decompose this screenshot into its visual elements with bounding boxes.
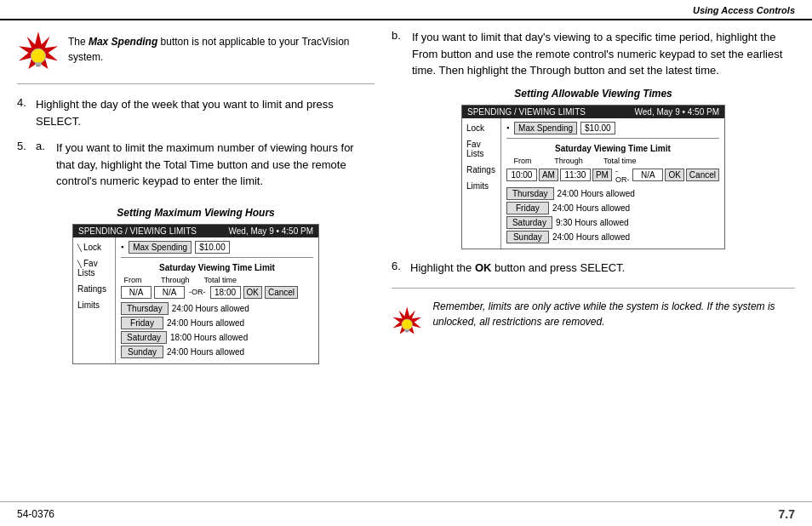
time-cols-header-1: From Through Total time <box>121 276 313 284</box>
screen1-header-right: Wed, May 9 • 4:50 PM <box>229 226 313 236</box>
saturday-hours-2: 9:30 Hours allowed <box>556 218 629 227</box>
ui-screen-1-header: SPENDING / VIEWING LIMITS Wed, May 9 • 4… <box>73 225 318 237</box>
svg-point-1 <box>31 49 45 63</box>
time-vals-row-1: N/A N/A -OR- 18:00 OK Cancel <box>121 286 313 299</box>
sidebar-limits: Limits <box>73 297 115 313</box>
ui-screen-1: SPENDING / VIEWING LIMITS Wed, May 9 • 4… <box>72 224 319 364</box>
sunday-hours-2: 24:00 Hours allowed <box>552 232 630 242</box>
sidebar-favlists: ╲Fav Lists <box>73 255 115 281</box>
max-spending-row-2: ▪ Max Spending $10.00 <box>506 122 719 139</box>
day-row-thursday-1: Thursday 24:00 Hours allowed <box>121 302 313 315</box>
page-header: Using Access Controls <box>0 0 812 20</box>
item-4: 4. Highlight the day of the week that yo… <box>17 96 375 129</box>
day-btn-friday-1[interactable]: Friday <box>121 317 163 329</box>
through-val-1: N/A <box>154 286 185 299</box>
item-5: 5. a. If you want to limit the maximum n… <box>17 140 375 197</box>
sunday-hours-1: 24:00 Hours allowed <box>167 347 244 357</box>
from-time-2: 10:00 <box>506 169 537 181</box>
item-6-number: 6. <box>392 260 405 277</box>
sub-b-text3: button and set the latest time. <box>571 64 719 77</box>
from-label-2: From <box>506 157 539 165</box>
footer: 54-0376 7.7 <box>0 501 812 526</box>
ui-screen-1-body: ╲Lock ╲Fav Lists Ratings Limits ▪ Ma <box>73 237 318 363</box>
day-btn-thursday-1[interactable]: Thursday <box>121 302 169 315</box>
days-list-1: Thursday 24:00 Hours allowed Friday 24:0… <box>121 302 313 358</box>
screen2-header-right: Wed, May 9 • 4:50 PM <box>635 107 719 117</box>
time-cols-header-2: From Through Total time <box>506 157 719 165</box>
days-list-2: Thursday 24:00 Hours allowed Friday 24:0… <box>506 187 719 243</box>
item-5-number: 5. <box>17 140 31 197</box>
pm-btn-2[interactable]: PM <box>592 169 612 181</box>
starburst-icon <box>17 29 60 73</box>
day-btn-sunday-2[interactable]: Sunday <box>506 231 549 243</box>
through-label-1: Through <box>161 276 190 284</box>
thursday-hours-2: 24:00 Hours allowed <box>558 189 635 198</box>
ui-sidebar-1: ╲Lock ╲Fav Lists Ratings Limits <box>73 237 116 363</box>
right-note-box: Remember, limits are only active while t… <box>392 288 795 343</box>
max-spending-row-1: ▪ Max Spending $10.00 <box>121 241 313 258</box>
day-row-saturday-2: Saturday 9:30 Hours allowed <box>506 216 719 229</box>
day-row-friday-1: Friday 24:00 Hours allowed <box>121 317 313 329</box>
right-column: b. If you want to limit that day's viewi… <box>392 29 795 493</box>
total-val-2: N/A <box>632 169 663 181</box>
note-box: The Max Spending button is not applicabl… <box>17 29 375 84</box>
totaltime-label-2: Total time <box>603 157 637 165</box>
ui-main-1: ▪ Max Spending $10.00 Saturday Viewing T… <box>116 237 318 363</box>
ui-sidebar-2: Lock Fav Lists Ratings Limits <box>462 118 501 249</box>
total-val-1: 18:00 <box>210 286 241 299</box>
ok-btn-1[interactable]: OK <box>243 286 262 299</box>
section-title-2: Saturday Viewing Time Limit <box>506 144 719 153</box>
am-btn-2[interactable]: AM <box>539 169 558 181</box>
friday-hours-1: 24:00 Hours allowed <box>167 318 244 328</box>
item-6-text-before: Highlight the <box>410 261 475 274</box>
page: Using Access Controls The Max Spending b… <box>0 0 812 526</box>
svg-rect-6 <box>404 329 409 331</box>
saturday-hours-1: 18:00 Hours allowed <box>170 333 248 342</box>
through-label-2: Through <box>549 157 588 165</box>
max-spending-btn-2[interactable]: Max Spending <box>514 122 577 134</box>
sidebar-lock: ╲Lock <box>73 239 115 255</box>
item-5b: b. If you want to limit that day's viewi… <box>392 29 795 79</box>
max-spending-btn-1[interactable]: Max Spending <box>129 241 192 254</box>
sub-b-from: From <box>412 48 437 60</box>
svg-rect-3 <box>36 65 41 66</box>
ui-screen-2-body: Lock Fav Lists Ratings Limits ▪ Max Spen… <box>462 118 724 249</box>
item-5b-text: If you want to limit that day's viewing … <box>412 29 795 79</box>
sub-b-text1: If you want to limit that day's viewing … <box>412 31 775 43</box>
note-bold-italic: Max Spending <box>89 36 157 48</box>
starburst-icon-2 <box>392 299 422 343</box>
item-5b-letter: b. <box>392 29 405 79</box>
day-btn-sunday-1[interactable]: Sunday <box>121 346 163 358</box>
header-title: Using Access Controls <box>693 5 795 15</box>
screen2-label: Setting Allowable Viewing Times <box>392 88 795 100</box>
totaltime-label-1: Total time <box>204 276 237 284</box>
or-label-2: -OR- <box>615 167 630 184</box>
item-5a-text: If you want to limit the maximum number … <box>56 140 375 190</box>
left-column: The Max Spending button is not applicabl… <box>17 29 375 493</box>
day-btn-thursday-2[interactable]: Thursday <box>506 187 554 200</box>
sidebar2-limits: Limits <box>462 178 500 194</box>
ui-screen-2-header: SPENDING / VIEWING LIMITS Wed, May 9 • 4… <box>462 106 724 118</box>
item-6-text: Highlight the OK button and press SELECT… <box>410 260 625 277</box>
main-content: The Max Spending button is not applicabl… <box>0 20 812 501</box>
cancel-btn-2[interactable]: Cancel <box>686 169 719 181</box>
cancel-btn-1[interactable]: Cancel <box>265 286 298 299</box>
item-5a-letter: a. <box>36 140 49 190</box>
ok-btn-2[interactable]: OK <box>665 169 683 181</box>
screen2-header-left: SPENDING / VIEWING LIMITS <box>467 107 586 117</box>
note-text-before: The <box>68 36 89 48</box>
sidebar2-ratings: Ratings <box>462 162 500 178</box>
day-row-sunday-2: Sunday 24:00 Hours allowed <box>506 231 719 243</box>
day-btn-saturday-2[interactable]: Saturday <box>506 216 552 229</box>
or-label-1: -OR- <box>189 288 206 296</box>
svg-point-5 <box>402 319 413 330</box>
ui-screen-2: SPENDING / VIEWING LIMITS Wed, May 9 • 4… <box>461 105 725 249</box>
day-row-thursday-2: Thursday 24:00 Hours allowed <box>506 187 719 200</box>
item-6-row: 6. Highlight the OK button and press SEL… <box>392 260 795 277</box>
day-btn-saturday-1[interactable]: Saturday <box>121 331 167 344</box>
right-note-text: Remember, limits are only active while t… <box>432 299 795 329</box>
ui-main-2: ▪ Max Spending $10.00 Saturday Viewing T… <box>501 118 724 249</box>
day-btn-friday-2[interactable]: Friday <box>506 202 549 214</box>
day-row-sunday-1: Sunday 24:00 Hours allowed <box>121 346 313 358</box>
screen1-header-left: SPENDING / VIEWING LIMITS <box>78 226 197 236</box>
